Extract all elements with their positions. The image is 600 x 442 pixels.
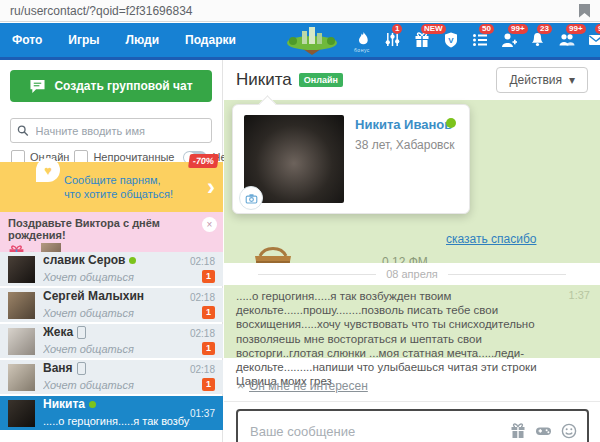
contact-row-vanya[interactable]: Ваня Хочет общаться 02:18 1 — [0, 360, 223, 394]
message-input-box — [236, 409, 589, 442]
close-icon: × — [237, 379, 244, 393]
contact-name: Сергей Малыхин — [43, 289, 144, 303]
promo-banner[interactable]: -70% ♥ Сообщите парням, что хотите общат… — [0, 162, 223, 212]
not-interested-link[interactable]: × Он мне не интересен — [237, 379, 368, 393]
bonus-icon[interactable]: бонус — [356, 32, 372, 48]
date-text: 08 апреля — [386, 268, 438, 280]
date-divider: 08 апреля — [224, 263, 600, 285]
online-dot — [89, 401, 96, 408]
nav-icon-bar: бонус 1 NEW V 50 99+ 23 — [356, 23, 600, 57]
svg-text:V: V — [448, 36, 454, 45]
avatar — [8, 328, 35, 355]
discount-badge: -70% — [188, 154, 219, 168]
contact-row-zheka[interactable]: Жека Хочет общаться 02:18 1 — [0, 324, 223, 358]
chevron-down-icon: ▾ — [569, 73, 575, 87]
create-group-chat-label: Создать групповой чат — [54, 79, 192, 93]
contact-row-slavik[interactable]: славик Серов Хочет общаться 02:18 1 — [0, 252, 223, 286]
contact-name: славик Серов — [43, 253, 125, 267]
avatar — [8, 292, 35, 319]
gift-icon[interactable] — [510, 423, 526, 439]
message-time: 02:18 — [190, 292, 215, 303]
actions-label: Действия — [509, 73, 562, 87]
mail-icon[interactable]: 99+ — [588, 32, 600, 48]
list-icon[interactable]: 50 — [472, 32, 488, 48]
close-icon[interactable]: × — [202, 217, 217, 232]
chat-bubble-icon — [29, 79, 46, 94]
bookmark-icon[interactable] — [579, 4, 590, 18]
sliders-icon[interactable]: 1 — [385, 32, 401, 48]
say-thanks-link[interactable]: сказать спасибо — [446, 232, 536, 246]
bell-icon[interactable]: 23 — [530, 32, 546, 48]
contact-row-nikita-selected[interactable]: Никита .....о герцогиня.....я так возбуж… — [0, 396, 223, 430]
contact-list: славик Серов Хочет общаться 02:18 1 Серг… — [0, 252, 223, 432]
create-group-chat-button[interactable]: Создать групповой чат — [10, 70, 212, 102]
game-island-icon[interactable] — [283, 24, 341, 60]
contact-status: Хочет общаться — [43, 271, 134, 283]
online-dot — [129, 257, 136, 264]
profile-popup-card: Никита Иванов 38 лет, Хабаровск — [232, 104, 470, 214]
gamepad-icon[interactable] — [535, 423, 552, 439]
message-preview: .....о герцогиня.....я так возбужд... — [43, 415, 190, 427]
heart-icon: ♥ — [36, 158, 60, 182]
nav-item-people[interactable]: Люди — [126, 33, 160, 47]
search-input[interactable] — [34, 124, 205, 138]
mobile-icon — [77, 326, 86, 339]
gift-icon[interactable]: NEW — [414, 32, 430, 48]
add-friend-badge: 99+ — [508, 24, 528, 34]
nav-menu: Фото Игры Люди Подарки — [12, 23, 236, 57]
top-navigation: Фото Игры Люди Подарки бонус — [0, 23, 600, 60]
input-icon-bar — [510, 423, 577, 439]
promo-text: Сообщите парням, что хотите общаться! — [64, 173, 173, 201]
contact-name: Жека — [43, 325, 73, 339]
vip-shield-icon[interactable]: V — [443, 32, 459, 48]
online-status-badge: Онлайн — [299, 73, 343, 87]
message-time: 02:18 — [190, 364, 215, 375]
app-window: ru/usercontact/?qoid=f2f31696834 Фото Иг… — [0, 0, 600, 442]
message-time: 01:37 — [190, 408, 215, 419]
gift-badge: NEW — [421, 24, 446, 34]
browser-url-bar: ru/usercontact/?qoid=f2f31696834 — [0, 0, 600, 22]
add-friend-icon[interactable]: 99+ — [501, 32, 517, 48]
contacts-sidebar: Создать групповой чат Онлайн Непрочитанн… — [0, 60, 223, 442]
people-icon[interactable]: 99+ — [559, 32, 575, 48]
people-badge: 99+ — [566, 24, 586, 34]
mobile-icon — [77, 362, 86, 375]
smiley-icon[interactable] — [561, 423, 577, 439]
chat-panel: Никита Онлайн Действия ▾ сказать спасибо… — [224, 60, 600, 442]
unread-badge: 1 — [202, 306, 215, 319]
unread-badge: 1 — [202, 342, 215, 355]
unread-badge: 1 — [202, 378, 215, 391]
birthday-text: Поздравьте Виктора с днём рождения! — [8, 217, 215, 241]
sliders-badge: 1 — [392, 24, 402, 34]
profile-name-link[interactable]: Никита Иванов — [355, 117, 452, 132]
online-dot — [446, 118, 456, 128]
promo-avatar-wrap: ♥ — [8, 168, 46, 206]
chat-title[interactable]: Никита — [236, 70, 292, 90]
birthday-banner: Поздравьте Виктора с днём рождения! × » — [0, 212, 223, 252]
profile-details: 38 лет, Хабаровск — [355, 138, 455, 152]
contact-status: Хочет общаться — [43, 307, 134, 319]
list-badge: 50 — [479, 24, 494, 34]
chevron-right-icon[interactable]: › — [207, 175, 215, 199]
actions-button[interactable]: Действия ▾ — [496, 67, 588, 93]
avatar — [8, 256, 35, 283]
contact-status: Хочет общаться — [43, 379, 134, 391]
url-text[interactable]: ru/usercontact/?qoid=f2f31696834 — [10, 4, 192, 18]
nav-item-games[interactable]: Игры — [68, 33, 99, 47]
nav-item-photo[interactable]: Фото — [12, 33, 42, 47]
avatar — [8, 364, 35, 391]
nav-item-gifts[interactable]: Подарки — [185, 33, 236, 47]
contact-row-sergey[interactable]: Сергей Малыхин Хочет общаться 02:18 1 — [0, 288, 223, 322]
contact-name: Никита — [43, 397, 85, 411]
bell-badge: 23 — [537, 24, 552, 34]
camera-icon[interactable] — [239, 186, 263, 210]
message-input[interactable] — [248, 423, 501, 440]
contact-name: Ваня — [43, 361, 73, 375]
message-bubble: .....о герцогиня.....я так возбужден тво… — [224, 285, 600, 358]
chat-header: Никита Онлайн Действия ▾ — [224, 60, 600, 100]
unread-badge: 1 — [202, 270, 215, 283]
divider-line — [448, 274, 566, 275]
not-interested-label: Он мне не интересен — [249, 379, 368, 393]
contact-search — [10, 118, 212, 143]
message-time: 02:18 — [190, 328, 215, 339]
